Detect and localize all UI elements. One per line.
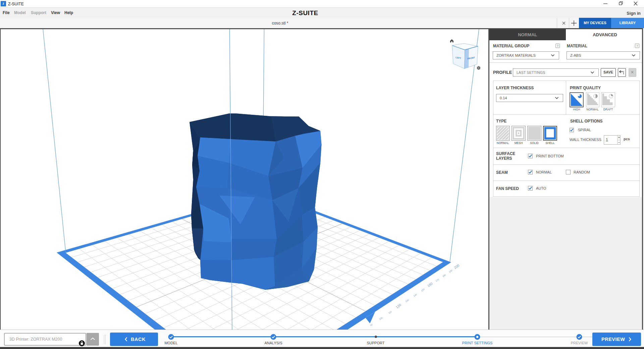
svg-text:160: 160 <box>427 281 433 288</box>
svg-text:170: 170 <box>435 278 439 282</box>
svg-text:150: 150 <box>421 288 425 292</box>
svg-text:180: 180 <box>442 273 446 277</box>
svg-text:200: 200 <box>453 263 460 269</box>
svg-text:120: 120 <box>395 303 402 309</box>
svg-text:90: 90 <box>370 323 373 327</box>
svg-text:190: 190 <box>448 269 453 273</box>
svg-text:130: 130 <box>405 298 409 302</box>
svg-text:140: 140 <box>413 293 417 297</box>
svg-text:100: 100 <box>379 316 383 320</box>
svg-text:110: 110 <box>388 310 392 314</box>
